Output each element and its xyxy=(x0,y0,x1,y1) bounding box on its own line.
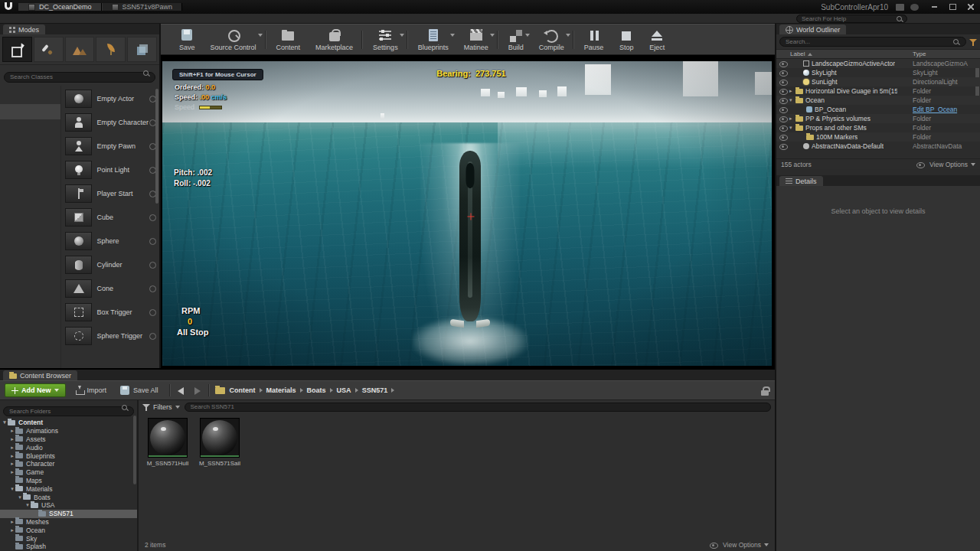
breadcrumb-item[interactable]: Materials xyxy=(266,386,303,394)
lock-icon[interactable] xyxy=(761,386,769,396)
visibility-eye-icon[interactable] xyxy=(779,106,788,112)
expander-arrow-icon[interactable]: ▸ xyxy=(9,445,15,451)
toolbar-button[interactable]: Content xyxy=(270,27,307,53)
visibility-eye-icon[interactable] xyxy=(779,79,788,85)
search-folders-input[interactable] xyxy=(3,406,134,416)
import-button[interactable]: Import xyxy=(70,383,112,398)
toolbar-button[interactable]: Source Control xyxy=(204,27,263,53)
folder-tree-row[interactable]: ▸ Assets xyxy=(0,435,137,444)
toolbar-button[interactable]: Blueprints xyxy=(412,27,455,53)
placeable-item[interactable]: Point Light xyxy=(61,158,159,182)
dropdown-caret-icon[interactable] xyxy=(566,34,570,37)
visibility-eye-icon[interactable] xyxy=(779,60,788,67)
layout-icon[interactable] xyxy=(910,4,919,11)
toolbar-button[interactable]: Build xyxy=(502,27,530,53)
expander-arrow-icon[interactable]: ▸ xyxy=(9,428,15,434)
visibility-eye-icon[interactable] xyxy=(779,70,788,76)
folder-tree-row[interactable]: ▸ Animations xyxy=(0,427,137,435)
folder-tree-row[interactable]: ▸ Ocean xyxy=(0,526,137,534)
help-search-input[interactable] xyxy=(796,15,907,23)
filter-funnel-icon[interactable] xyxy=(969,38,977,46)
drag-handle-icon[interactable] xyxy=(149,285,156,292)
toolbar-button[interactable]: Save xyxy=(173,27,201,53)
drag-handle-icon[interactable] xyxy=(149,309,156,316)
visibility-eye-icon[interactable] xyxy=(779,116,788,122)
expander-arrow-icon[interactable]: ▾ xyxy=(17,494,23,500)
filters-button[interactable]: Filters xyxy=(142,403,180,411)
expander-arrow-icon[interactable]: ▸ xyxy=(9,436,15,442)
folder-tree-row[interactable]: ▾ Materials xyxy=(0,484,137,493)
forward-button[interactable] xyxy=(191,385,202,396)
expander-arrow-icon[interactable]: ▾ xyxy=(789,97,795,103)
tree-scrollbar[interactable] xyxy=(133,416,136,484)
placeable-item[interactable]: Sphere Trigger xyxy=(61,324,159,348)
mode-tool-button[interactable] xyxy=(96,37,126,62)
visibility-eye-icon[interactable] xyxy=(779,125,788,131)
folder-tree-row[interactable]: ▸ Character xyxy=(0,460,137,468)
tab-content-browser[interactable]: Content Browser xyxy=(3,370,77,380)
placeable-item[interactable]: Empty Actor xyxy=(61,87,159,111)
placeable-item[interactable]: Cone xyxy=(61,277,159,301)
placement-category[interactable] xyxy=(0,119,60,135)
level-viewport[interactable]: Shift+F1 for Mouse Cursor Bearing: 273.7… xyxy=(161,55,775,368)
placement-category[interactable] xyxy=(0,181,60,196)
toolbar-button[interactable]: Stop xyxy=(612,27,640,53)
expander-arrow-icon[interactable]: ▾ xyxy=(9,486,15,492)
expander-arrow-icon[interactable]: ▸ xyxy=(9,527,15,533)
outliner-search-input[interactable] xyxy=(779,37,966,47)
asset-search-input[interactable] xyxy=(185,403,772,412)
add-new-button[interactable]: Add New xyxy=(5,383,66,397)
outliner-column-headers[interactable]: Label Type xyxy=(776,49,980,59)
placeable-item[interactable]: Sphere xyxy=(61,230,159,253)
toolbar-button[interactable]: Matinee xyxy=(458,27,495,53)
breadcrumb-item[interactable]: USA xyxy=(337,386,358,394)
visibility-eye-icon[interactable] xyxy=(779,143,788,149)
folder-tree-row[interactable]: ▸ Meshes xyxy=(0,518,137,527)
placeable-item[interactable]: Cylinder xyxy=(61,253,159,277)
placement-category[interactable] xyxy=(0,135,60,150)
window-tab[interactable]: SSN571v8Pawn xyxy=(102,3,183,11)
drag-handle-icon[interactable] xyxy=(149,262,156,269)
toolbar-button[interactable]: Pause xyxy=(578,27,610,53)
expander-arrow-icon[interactable]: ▸ xyxy=(789,116,795,122)
toolbar-button[interactable]: Eject xyxy=(643,27,671,53)
drag-handle-icon[interactable] xyxy=(149,238,156,245)
outliner-row[interactable]: SkyLight SkyLight xyxy=(776,68,980,77)
folder-tree-row[interactable]: ▾ USA xyxy=(0,501,137,510)
expander-arrow-icon[interactable]: ▸ xyxy=(9,461,15,467)
feedback-icon[interactable] xyxy=(896,4,904,11)
mode-tool-button[interactable] xyxy=(34,37,64,62)
folder-tree-row[interactable]: Maps xyxy=(0,477,137,485)
close-button[interactable] xyxy=(962,0,980,14)
expander-arrow-icon[interactable]: ▸ xyxy=(789,88,795,94)
minimize-button[interactable] xyxy=(925,0,943,14)
expander-arrow-icon[interactable]: ▸ xyxy=(9,519,15,525)
placeable-item[interactable]: Empty Character xyxy=(61,111,159,135)
folder-tree-row[interactable]: ▸ Game xyxy=(0,468,137,477)
outliner-row[interactable]: LandscapeGizmoActiveActor LandscapeGizmo… xyxy=(776,59,980,68)
placeable-item[interactable]: Player Start xyxy=(61,182,159,206)
back-button[interactable] xyxy=(176,385,187,396)
outliner-row[interactable]: AbstractNavData-Default AbstractNavData xyxy=(776,142,980,151)
toolbar-button[interactable]: Settings xyxy=(367,27,404,53)
dropdown-caret-icon[interactable] xyxy=(450,34,455,37)
mode-tool-button[interactable] xyxy=(65,37,95,62)
asset-tile[interactable]: M_SSN571Hull xyxy=(145,418,191,468)
folder-tree-row[interactable]: Splash xyxy=(0,543,137,551)
tab-details[interactable]: Details xyxy=(779,176,823,186)
dropdown-caret-icon[interactable] xyxy=(490,34,495,37)
folder-tree-row[interactable]: SSN571 xyxy=(0,510,137,518)
expander-arrow-icon[interactable]: ▸ xyxy=(9,469,15,475)
mode-tool-button[interactable] xyxy=(2,37,32,62)
toolbar-button[interactable]: Compile xyxy=(533,27,570,53)
breadcrumb-item[interactable]: SSN571 xyxy=(362,386,395,394)
breadcrumb-item[interactable]: Boats xyxy=(307,386,333,394)
tab-modes[interactable]: Modes xyxy=(3,24,45,34)
placeable-item[interactable]: Cube xyxy=(61,206,159,230)
folder-tree-row[interactable]: ▾ Content xyxy=(0,419,137,427)
placeable-item[interactable]: Box Trigger xyxy=(61,301,159,324)
drag-handle-icon[interactable] xyxy=(149,214,156,221)
modes-scrollbar[interactable] xyxy=(155,89,158,204)
visibility-eye-icon[interactable] xyxy=(779,88,788,94)
outliner-row[interactable]: ▾ Ocean Folder xyxy=(776,96,980,105)
